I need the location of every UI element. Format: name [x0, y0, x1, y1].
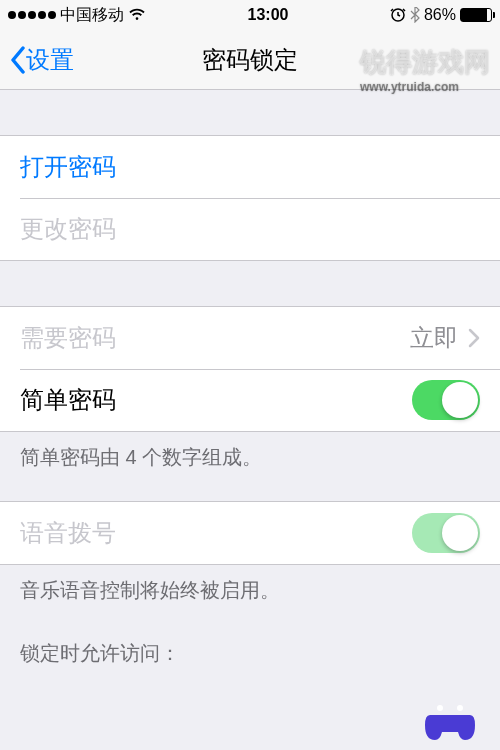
svg-point-1: [437, 705, 443, 711]
voice-dial-group: 语音拨号: [0, 501, 500, 565]
time-label: 13:00: [146, 6, 390, 24]
watermark-url: www.ytruida.com: [360, 80, 490, 94]
allow-access-header: 锁定时允许访问：: [0, 628, 500, 679]
watermark: 锐得游戏网 www.ytruida.com: [360, 45, 490, 94]
cell-label: 简单密码: [20, 384, 116, 416]
cell-label: 需要密码: [20, 322, 116, 354]
battery-icon: [460, 8, 492, 22]
simple-passcode-row: 简单密码: [0, 369, 500, 431]
passcode-options-group: 需要密码 立即 简单密码: [0, 306, 500, 432]
require-passcode-row[interactable]: 需要密码 立即: [0, 307, 500, 369]
passcode-actions-group: 打开密码 更改密码: [0, 135, 500, 261]
watermark-main: 锐得游戏网: [360, 47, 490, 77]
carrier-label: 中国移动: [60, 5, 124, 26]
svg-point-2: [457, 705, 463, 711]
voice-dial-footer: 音乐语音控制将始终被启用。: [0, 565, 500, 616]
simple-passcode-footer: 简单密码由 4 个数字组成。: [0, 432, 500, 483]
cell-value: 立即: [410, 322, 480, 354]
voice-dial-toggle: [412, 513, 480, 553]
status-right: 86%: [390, 6, 492, 24]
battery-percent-label: 86%: [424, 6, 456, 24]
chevron-left-icon: [10, 46, 26, 74]
back-button[interactable]: 设置: [0, 44, 74, 76]
require-value-label: 立即: [410, 322, 458, 354]
status-left: 中国移动: [8, 5, 146, 26]
simple-passcode-toggle[interactable]: [412, 380, 480, 420]
cell-label: 更改密码: [20, 213, 116, 245]
cell-label: 语音拨号: [20, 517, 116, 549]
change-passcode-button: 更改密码: [0, 198, 500, 260]
gamepad-icon: [420, 700, 480, 745]
voice-dial-row: 语音拨号: [0, 502, 500, 564]
turn-on-passcode-button[interactable]: 打开密码: [0, 136, 500, 198]
signal-strength-icon: [8, 11, 56, 19]
chevron-right-icon: [468, 328, 480, 348]
bluetooth-icon: [410, 7, 420, 23]
wifi-icon: [128, 8, 146, 22]
alarm-icon: [390, 7, 406, 23]
back-label: 设置: [26, 44, 74, 76]
cell-label: 打开密码: [20, 151, 116, 183]
status-bar: 中国移动 13:00 86%: [0, 0, 500, 30]
